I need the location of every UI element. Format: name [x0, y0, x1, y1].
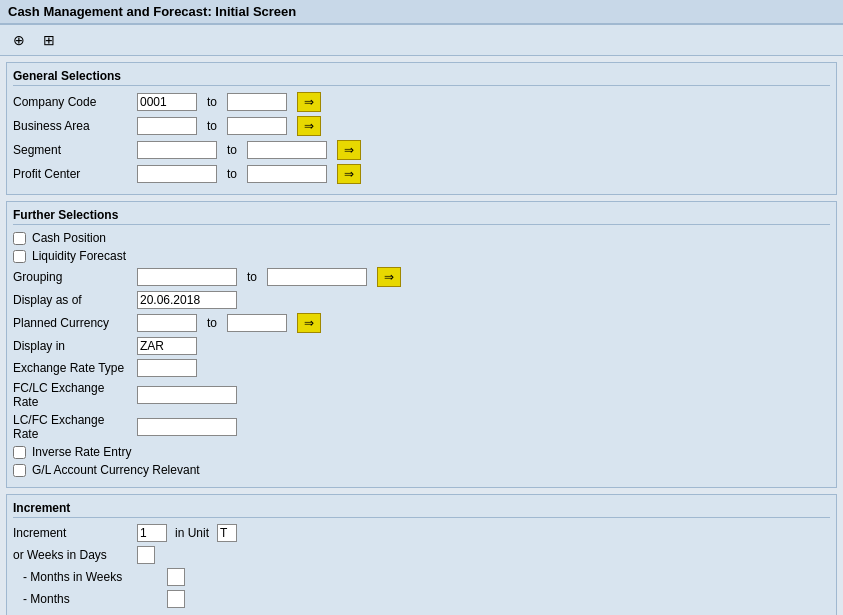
business-area-input[interactable] [137, 117, 197, 135]
further-selections-title: Further Selections [13, 208, 830, 225]
toolbar: ⊕ ⊞ [0, 25, 843, 56]
increment-label: Increment [13, 526, 133, 540]
profit-center-to-input[interactable] [247, 165, 327, 183]
gl-account-currency-label: G/L Account Currency Relevant [32, 463, 200, 477]
general-selections-section: General Selections Company Code to ⇒ Bus… [6, 62, 837, 195]
in-unit-label: in Unit [175, 526, 209, 540]
grouping-arrow[interactable]: ⇒ [377, 267, 401, 287]
display-as-of-label: Display as of [13, 293, 133, 307]
profit-center-to: to [227, 167, 237, 181]
exchange-rate-type-label: Exchange Rate Type [13, 361, 133, 375]
company-code-row: Company Code to ⇒ [13, 92, 830, 112]
months-row: - Months [23, 590, 830, 608]
weeks-in-days-label: or Weeks in Days [13, 548, 133, 562]
planned-currency-input[interactable] [137, 314, 197, 332]
segment-to-input[interactable] [247, 141, 327, 159]
company-code-to-input[interactable] [227, 93, 287, 111]
business-area-to: to [207, 119, 217, 133]
months-in-weeks-label: - Months in Weeks [23, 570, 163, 584]
segment-label: Segment [13, 143, 133, 157]
company-code-label: Company Code [13, 95, 133, 109]
inverse-rate-entry-checkbox[interactable] [13, 446, 26, 459]
weeks-in-days-row: or Weeks in Days [13, 546, 830, 564]
planned-currency-to: to [207, 316, 217, 330]
further-selections-section: Further Selections Cash Position Liquidi… [6, 201, 837, 488]
lcfc-exchange-rate-label: LC/FC Exchange Rate [13, 413, 133, 441]
exchange-rate-type-input[interactable] [137, 359, 197, 377]
segment-to: to [227, 143, 237, 157]
general-selections-title: General Selections [13, 69, 830, 86]
business-area-row: Business Area to ⇒ [13, 116, 830, 136]
business-area-to-input[interactable] [227, 117, 287, 135]
cash-position-row: Cash Position [13, 231, 830, 245]
lcfc-exchange-rate-row: LC/FC Exchange Rate [13, 413, 830, 441]
increment-value-input[interactable] [137, 524, 167, 542]
lcfc-exchange-rate-input[interactable] [137, 418, 237, 436]
segment-arrow[interactable]: ⇒ [337, 140, 361, 160]
months-in-weeks-row: - Months in Weeks [23, 568, 830, 586]
display-in-label: Display in [13, 339, 133, 353]
months-in-weeks-input[interactable] [167, 568, 185, 586]
gl-account-currency-checkbox[interactable] [13, 464, 26, 477]
business-area-label: Business Area [13, 119, 133, 133]
company-code-arrow[interactable]: ⇒ [297, 92, 321, 112]
grouping-row: Grouping to ⇒ [13, 267, 830, 287]
segment-input[interactable] [137, 141, 217, 159]
profit-center-label: Profit Center [13, 167, 133, 181]
fclc-exchange-rate-input[interactable] [137, 386, 237, 404]
months-input[interactable] [167, 590, 185, 608]
title-bar: Cash Management and Forecast: Initial Sc… [0, 0, 843, 25]
inverse-rate-entry-row: Inverse Rate Entry [13, 445, 830, 459]
liquidity-forecast-row: Liquidity Forecast [13, 249, 830, 263]
grouping-label: Grouping [13, 270, 133, 284]
months-label: - Months [23, 592, 163, 606]
profit-center-input[interactable] [137, 165, 217, 183]
liquidity-forecast-label: Liquidity Forecast [32, 249, 126, 263]
grouping-input[interactable] [137, 268, 237, 286]
grouping-to-input[interactable] [267, 268, 367, 286]
display-as-of-input[interactable] [137, 291, 237, 309]
increment-section: Increment Increment in Unit or Weeks in … [6, 494, 837, 615]
company-code-input[interactable] [137, 93, 197, 111]
unit-input[interactable] [217, 524, 237, 542]
fclc-exchange-rate-label: FC/LC Exchange Rate [13, 381, 133, 409]
gl-account-currency-row: G/L Account Currency Relevant [13, 463, 830, 477]
inverse-rate-entry-label: Inverse Rate Entry [32, 445, 131, 459]
segment-row: Segment to ⇒ [13, 140, 830, 160]
company-code-to: to [207, 95, 217, 109]
planned-currency-row: Planned Currency to ⇒ [13, 313, 830, 333]
display-in-input[interactable] [137, 337, 197, 355]
liquidity-forecast-checkbox[interactable] [13, 250, 26, 263]
profit-center-row: Profit Center to ⇒ [13, 164, 830, 184]
toolbar-icon-1[interactable]: ⊕ [8, 29, 30, 51]
increment-title: Increment [13, 501, 830, 518]
increment-row: Increment in Unit [13, 524, 830, 542]
planned-currency-label: Planned Currency [13, 316, 133, 330]
grouping-to: to [247, 270, 257, 284]
business-area-arrow[interactable]: ⇒ [297, 116, 321, 136]
weeks-in-days-input[interactable] [137, 546, 155, 564]
profit-center-arrow[interactable]: ⇒ [337, 164, 361, 184]
display-in-row: Display in [13, 337, 830, 355]
planned-currency-arrow[interactable]: ⇒ [297, 313, 321, 333]
fclc-exchange-rate-row: FC/LC Exchange Rate [13, 381, 830, 409]
toolbar-icon-2[interactable]: ⊞ [38, 29, 60, 51]
cash-position-label: Cash Position [32, 231, 106, 245]
page-title: Cash Management and Forecast: Initial Sc… [8, 4, 296, 19]
cash-position-checkbox[interactable] [13, 232, 26, 245]
display-as-of-row: Display as of [13, 291, 830, 309]
exchange-rate-type-row: Exchange Rate Type [13, 359, 830, 377]
planned-currency-to-input[interactable] [227, 314, 287, 332]
